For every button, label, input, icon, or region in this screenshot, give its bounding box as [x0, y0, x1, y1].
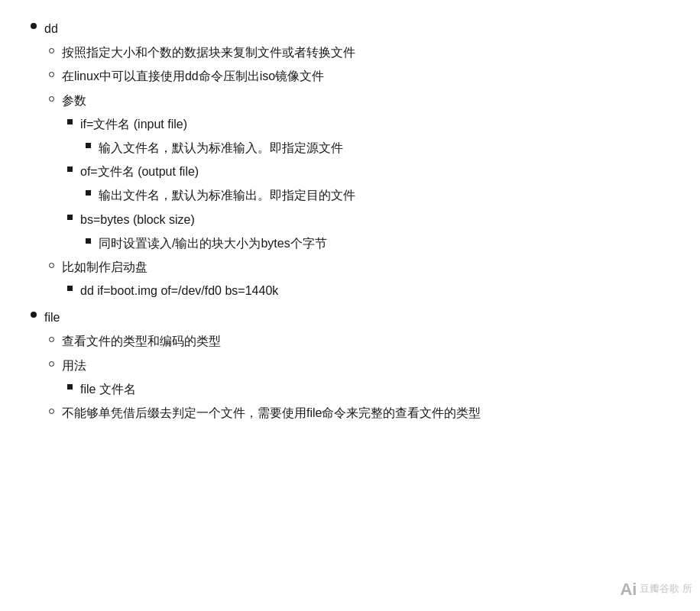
item-label: 用法 — [62, 355, 86, 376]
bullet-level2 — [49, 263, 54, 268]
item-label: 输出文件名，默认为标准输出。即指定目的文件 — [99, 185, 355, 205]
bullet-level2 — [49, 409, 54, 414]
bullet-level2 — [49, 72, 54, 77]
item-row: dd — [31, 18, 669, 39]
item-label: bs=bytes (block size) — [80, 209, 195, 230]
item-row: file 文件名 — [67, 379, 669, 399]
bullet-level4 — [86, 190, 91, 196]
item-label: 输入文件名，默认为标准输入。即指定源文件 — [99, 137, 343, 158]
list-item: dd if=boot.img of=/dev/fd0 bs=1440k — [67, 280, 669, 301]
level3-list: file 文件名 — [67, 379, 669, 399]
item-row: 参数 — [49, 90, 669, 111]
bullet-level3 — [67, 166, 73, 172]
level3-list: dd if=boot.img of=/dev/fd0 bs=1440k — [67, 280, 669, 301]
list-item: 输入文件名，默认为标准输入。即指定源文件 — [86, 137, 669, 158]
list-item: 输出文件名，默认为标准输出。即指定目的文件 — [86, 185, 669, 205]
list-item: 比如制作启动盘dd if=boot.img of=/dev/fd0 bs=144… — [49, 257, 669, 301]
item-label: 同时设置读入/输出的块大小为bytes个字节 — [99, 233, 327, 254]
list-item: file查看文件的类型和编码的类型用法file 文件名不能够单凭借后缀去判定一个… — [31, 307, 669, 423]
item-row: 输出文件名，默认为标准输出。即指定目的文件 — [86, 185, 669, 205]
bullet-level1 — [31, 312, 37, 318]
item-row: dd if=boot.img of=/dev/fd0 bs=1440k — [67, 280, 669, 301]
item-label: if=文件名 (input file) — [80, 114, 187, 134]
item-label: file — [44, 307, 60, 328]
bullet-level2 — [49, 337, 54, 342]
item-label: 不能够单凭借后缀去判定一个文件，需要使用file命令来完整的查看文件的类型 — [62, 402, 481, 423]
bullet-level3 — [67, 286, 73, 291]
item-label: 按照指定大小和个数的数据块来复制文件或者转换文件 — [62, 42, 355, 63]
item-row: of=文件名 (output file) — [67, 161, 669, 182]
bullet-level3 — [67, 384, 73, 390]
level2-list: 按照指定大小和个数的数据块来复制文件或者转换文件在linux中可以直接使用dd命… — [49, 42, 669, 301]
level2-list: 查看文件的类型和编码的类型用法file 文件名不能够单凭借后缀去判定一个文件，需… — [49, 331, 669, 423]
list-item: 同时设置读入/输出的块大小为bytes个字节 — [86, 233, 669, 254]
item-row: 比如制作启动盘 — [49, 257, 669, 277]
list-item: dd按照指定大小和个数的数据块来复制文件或者转换文件在linux中可以直接使用d… — [31, 18, 669, 301]
list-item: if=文件名 (input file)输入文件名，默认为标准输入。即指定源文件 — [67, 114, 669, 158]
list-item: 用法file 文件名 — [49, 355, 669, 399]
bullet-level3 — [67, 119, 73, 124]
bullet-level2 — [49, 48, 54, 53]
item-label: 查看文件的类型和编码的类型 — [62, 331, 221, 351]
item-label: of=文件名 (output file) — [80, 161, 199, 182]
main-content: dd按照指定大小和个数的数据块来复制文件或者转换文件在linux中可以直接使用d… — [31, 18, 669, 423]
bullet-level1 — [31, 23, 37, 29]
watermark-ai: Ai — [620, 575, 637, 603]
item-row: 同时设置读入/输出的块大小为bytes个字节 — [86, 233, 669, 254]
item-row: 按照指定大小和个数的数据块来复制文件或者转换文件 — [49, 42, 669, 63]
list-item: 按照指定大小和个数的数据块来复制文件或者转换文件 — [49, 42, 669, 63]
bullet-level4 — [86, 143, 91, 148]
list-item: 在linux中可以直接使用dd命令压制出iso镜像文件 — [49, 66, 669, 86]
item-row: if=文件名 (input file) — [67, 114, 669, 134]
item-row: 查看文件的类型和编码的类型 — [49, 331, 669, 351]
list-item: of=文件名 (output file)输出文件名，默认为标准输出。即指定目的文… — [67, 161, 669, 205]
item-label: file 文件名 — [80, 379, 136, 399]
list-item: 不能够单凭借后缀去判定一个文件，需要使用file命令来完整的查看文件的类型 — [49, 402, 669, 423]
bullet-level2 — [49, 361, 54, 367]
item-label: 参数 — [62, 90, 86, 111]
list-item: bs=bytes (block size)同时设置读入/输出的块大小为bytes… — [67, 209, 669, 254]
list-item: file 文件名 — [67, 379, 669, 399]
list-item: 参数if=文件名 (input file)输入文件名，默认为标准输入。即指定源文… — [49, 90, 669, 254]
item-label: dd — [44, 18, 58, 39]
level4-list: 输入文件名，默认为标准输入。即指定源文件 — [86, 137, 669, 158]
watermark-suffix: 豆瓣谷歌 所 — [640, 580, 692, 597]
item-label: 比如制作启动盘 — [62, 257, 147, 277]
item-row: 在linux中可以直接使用dd命令压制出iso镜像文件 — [49, 66, 669, 86]
list-item: 查看文件的类型和编码的类型 — [49, 331, 669, 351]
bullet-level2 — [49, 96, 54, 102]
level3-list: if=文件名 (input file)输入文件名，默认为标准输入。即指定源文件o… — [67, 114, 669, 254]
item-label: 在linux中可以直接使用dd命令压制出iso镜像文件 — [62, 66, 324, 86]
bullet-level3 — [67, 215, 73, 220]
item-row: 输入文件名，默认为标准输入。即指定源文件 — [86, 137, 669, 158]
item-row: bs=bytes (block size) — [67, 209, 669, 230]
item-label: dd if=boot.img of=/dev/fd0 bs=1440k — [80, 280, 278, 301]
bullet-level4 — [86, 238, 91, 244]
level4-list: 同时设置读入/输出的块大小为bytes个字节 — [86, 233, 669, 254]
watermark: Ai 豆瓣谷歌 所 — [620, 575, 692, 603]
item-row: 不能够单凭借后缀去判定一个文件，需要使用file命令来完整的查看文件的类型 — [49, 402, 669, 423]
level1-list: dd按照指定大小和个数的数据块来复制文件或者转换文件在linux中可以直接使用d… — [31, 18, 669, 423]
item-row: 用法 — [49, 355, 669, 376]
level4-list: 输出文件名，默认为标准输出。即指定目的文件 — [86, 185, 669, 205]
item-row: file — [31, 307, 669, 328]
